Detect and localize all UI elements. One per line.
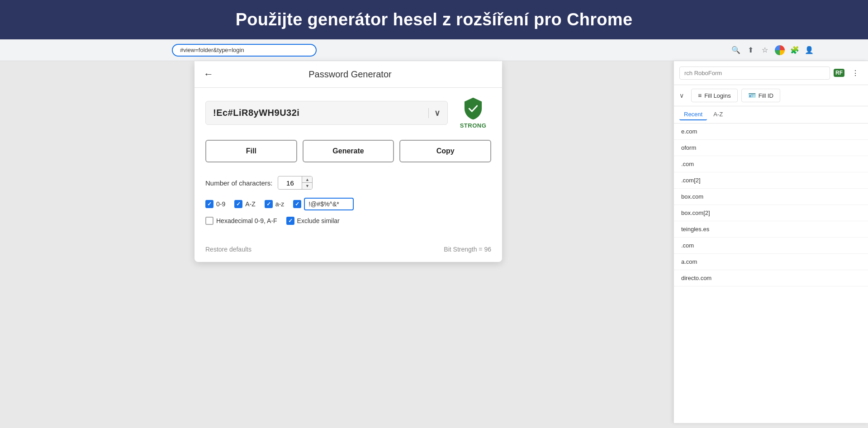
cb-label-az-upper: A-Z (245, 200, 256, 208)
checkbox-item-special: ✓ (293, 198, 354, 210)
copy-button[interactable]: Copy (399, 140, 491, 162)
checkbox-exclude[interactable]: ✓ (286, 217, 294, 225)
rf-sort-tabs: Recent A-Z (674, 106, 868, 124)
bit-strength-label: Bit Strength = 96 (444, 246, 491, 253)
rf-list: e.com oform .com .com[2] box.com box.com… (674, 124, 868, 427)
checkbox-item-az-lower: ✓ a-z (265, 200, 284, 208)
browser-icons: 🔍 ⬆ ☆ 🧩 👤 (731, 45, 814, 55)
checkbox-az-lower[interactable]: ✓ (265, 200, 273, 208)
special-chars-input[interactable] (304, 198, 354, 210)
footer-row: Restore defaults Bit Strength = 96 (194, 241, 502, 262)
top-banner: Použijte generátor hesel z rozšíření pro… (0, 0, 868, 39)
cb-label-09: 0-9 (216, 200, 225, 208)
sort-recent-tab[interactable]: Recent (679, 109, 707, 120)
list-item[interactable]: box.com[2] (674, 205, 868, 221)
rf-header: RF ⋮ (674, 61, 868, 85)
main-content: ← Password Generator !Ec#LiR8yWH9U32i ∨ … (0, 61, 868, 423)
search-icon[interactable]: 🔍 (731, 46, 740, 55)
list-item[interactable]: teingles.es (674, 221, 868, 238)
fill-id-label: Fill ID (759, 92, 773, 99)
password-display-row: !Ec#LiR8yWH9U32i ∨ STRONG (194, 88, 502, 138)
pg-title: Password Generator (221, 69, 479, 80)
fill-id-tab[interactable]: 🪪 Fill ID (741, 89, 780, 102)
strength-label: STRONG (460, 122, 487, 129)
shield-icon (461, 97, 485, 120)
checkbox-item-az-upper: ✓ A-Z (234, 200, 256, 208)
options-section: Number of characters: ▲ ▼ ✓ 0-9 (194, 171, 502, 241)
share-icon[interactable]: ⬆ (746, 46, 755, 55)
checkbox-special[interactable]: ✓ (293, 200, 301, 208)
restore-defaults-link[interactable]: Restore defaults (205, 246, 251, 253)
sort-az-tab[interactable]: A-Z (709, 109, 727, 120)
hex-row: ✓ Hexadecimal 0-9, A-F ✓ Exclude similar (205, 217, 491, 225)
check-mark-az-upper: ✓ (236, 201, 241, 207)
extensions-icon[interactable]: 🧩 (790, 46, 799, 55)
chrome-icon[interactable] (775, 45, 785, 55)
password-field: !Ec#LiR8yWH9U32i ∨ (205, 101, 448, 125)
cb-label-az-lower: a-z (275, 200, 284, 208)
list-item[interactable]: a.com (674, 254, 868, 270)
roboform-icon[interactable]: RF (834, 69, 844, 77)
fill-logins-tab[interactable]: ≡ Fill Logins (691, 89, 738, 102)
generate-button[interactable]: Generate (303, 140, 394, 162)
action-buttons: Fill Generate Copy (194, 138, 502, 171)
list-item[interactable]: directo.com (674, 270, 868, 286)
password-text: !Ec#LiR8yWH9U32i (213, 108, 423, 118)
roboform-panel: RF ⋮ ∨ ≡ Fill Logins 🪪 Fill ID Recent A-… (674, 61, 868, 423)
chars-input-wrap: ▲ ▼ (278, 176, 313, 190)
list-item[interactable]: .com (674, 238, 868, 254)
roboform-menu-button[interactable]: ⋮ (848, 66, 863, 80)
chars-increment[interactable]: ▲ (302, 176, 312, 183)
tabs-dropdown-icon[interactable]: ∨ (679, 92, 684, 99)
rf-tabs: ∨ ≡ Fill Logins 🪪 Fill ID (674, 85, 868, 106)
browser-bar: #view=folder&type=login 🔍 ⬆ ☆ 🧩 👤 (0, 39, 868, 61)
fill-id-icon: 🪪 (748, 92, 756, 99)
star-icon[interactable]: ☆ (760, 46, 769, 55)
chars-decrement[interactable]: ▼ (302, 183, 312, 189)
checkbox-hex[interactable]: ✓ (205, 217, 213, 225)
list-item[interactable]: .com (674, 156, 868, 172)
banner-title: Použijte generátor hesel z rozšíření pro… (18, 10, 850, 29)
password-dropdown-button[interactable]: ∨ (428, 108, 440, 118)
fill-logins-label: Fill Logins (704, 92, 731, 99)
fill-logins-icon: ≡ (698, 92, 702, 99)
check-mark-exclude: ✓ (288, 218, 293, 224)
checkbox-item-exclude: ✓ Exclude similar (286, 217, 340, 225)
check-mark-special: ✓ (295, 201, 299, 207)
strength-indicator: STRONG (455, 97, 491, 129)
checkbox-09[interactable]: ✓ (205, 200, 213, 208)
chars-row: Number of characters: ▲ ▼ (205, 176, 491, 190)
list-item[interactable]: .com[2] (674, 172, 868, 189)
list-item[interactable]: e.com (674, 124, 868, 140)
checkbox-az-upper[interactable]: ✓ (234, 200, 242, 208)
address-text: #view=folder&type=login (180, 47, 244, 53)
chars-input[interactable] (278, 177, 302, 189)
cb-label-hex: Hexadecimal 0-9, A-F (216, 217, 277, 224)
checkboxes-row-1: ✓ 0-9 ✓ A-Z ✓ a-z (205, 198, 491, 210)
pg-header: ← Password Generator (194, 61, 502, 88)
profile-icon[interactable]: 👤 (805, 46, 814, 55)
password-generator-panel: ← Password Generator !Ec#LiR8yWH9U32i ∨ … (194, 61, 502, 262)
back-button[interactable]: ← (204, 68, 213, 80)
check-mark-az-lower: ✓ (266, 201, 271, 207)
check-mark-09: ✓ (207, 201, 212, 207)
cb-label-exclude: Exclude similar (297, 217, 340, 224)
address-bar[interactable]: #view=folder&type=login (172, 44, 317, 57)
fill-button[interactable]: Fill (205, 140, 297, 162)
checkbox-item-hex: ✓ Hexadecimal 0-9, A-F (205, 217, 277, 225)
roboform-search-input[interactable] (679, 67, 830, 80)
list-item[interactable]: oform (674, 140, 868, 156)
chars-spinners: ▲ ▼ (302, 176, 312, 189)
chars-label: Number of characters: (205, 179, 272, 187)
list-item[interactable]: box.com (674, 189, 868, 205)
checkbox-item-09: ✓ 0-9 (205, 200, 225, 208)
